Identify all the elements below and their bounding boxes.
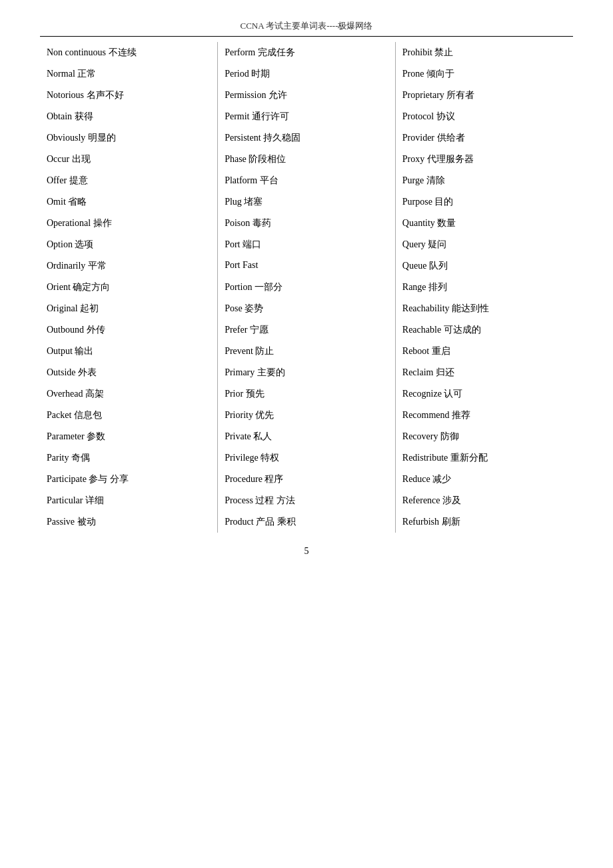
table-cell: Poison 毒药: [218, 213, 396, 234]
table-cell: Procedure 程序: [218, 469, 396, 490]
table-cell: Privilege 特权: [218, 447, 396, 469]
table-cell: Prevent 防止: [218, 341, 396, 362]
header-title: CCNA 考试主要单词表----极爆网络: [241, 21, 373, 31]
table-cell: Redistribute 重新分配: [395, 447, 573, 469]
table-cell: Queue 队列: [395, 255, 573, 277]
table-cell: Permit 通行许可: [218, 106, 396, 127]
table-cell: Phase 阶段相位: [218, 149, 396, 170]
table-cell: Prohibit 禁止: [395, 42, 573, 63]
table-cell: Portion 一部分: [218, 277, 396, 298]
table-cell: Pose 姿势: [218, 298, 396, 319]
table-cell: Obviously 明显的: [40, 127, 218, 149]
table-cell: Recovery 防御: [395, 426, 573, 447]
vocab-table: Non continuous 不连续Perform 完成任务Prohibit 禁…: [40, 42, 573, 533]
table-cell: Plug 堵塞: [218, 191, 396, 213]
table-cell: Passive 被动: [40, 511, 218, 533]
table-cell: Reduce 减少: [395, 469, 573, 490]
table-cell: Refurbish 刷新: [395, 511, 573, 533]
table-cell: Normal 正常: [40, 63, 218, 85]
table-cell: Operational 操作: [40, 213, 218, 234]
table-cell: Purpose 目的: [395, 191, 573, 213]
table-cell: Perform 完成任务: [218, 42, 396, 63]
table-cell: Proxy 代理服务器: [395, 149, 573, 170]
table-cell: Packet 信息包: [40, 405, 218, 426]
table-cell: Reference 涉及: [395, 490, 573, 511]
page-number: 5: [305, 546, 309, 556]
table-cell: Outside 外表: [40, 362, 218, 383]
table-cell: Recommend 推荐: [395, 405, 573, 426]
table-cell: Prior 预先: [218, 383, 396, 405]
table-cell: Overhead 高架: [40, 383, 218, 405]
table-cell: Priority 优先: [218, 405, 396, 426]
table-cell: Orient 确定方向: [40, 277, 218, 298]
table-cell: Occur 出现: [40, 149, 218, 170]
page-footer: 5: [40, 546, 573, 557]
table-cell: Offer 提意: [40, 170, 218, 191]
table-cell: Output 输出: [40, 341, 218, 362]
table-cell: Recognize 认可: [395, 383, 573, 405]
table-cell: Port Fast: [218, 255, 396, 277]
page-header: CCNA 考试主要单词表----极爆网络: [40, 20, 573, 37]
table-cell: Reachability 能达到性: [395, 298, 573, 319]
table-cell: Query 疑问: [395, 234, 573, 255]
table-cell: Participate 参与 分享: [40, 469, 218, 490]
table-cell: Parameter 参数: [40, 426, 218, 447]
table-cell: Process 过程 方法: [218, 490, 396, 511]
table-cell: Ordinarily 平常: [40, 255, 218, 277]
table-cell: Provider 供给者: [395, 127, 573, 149]
table-cell: Persistent 持久稳固: [218, 127, 396, 149]
table-cell: Original 起初: [40, 298, 218, 319]
table-cell: Purge 清除: [395, 170, 573, 191]
table-cell: Obtain 获得: [40, 106, 218, 127]
table-cell: Private 私人: [218, 426, 396, 447]
table-cell: Platform 平台: [218, 170, 396, 191]
table-cell: Omit 省略: [40, 191, 218, 213]
page: CCNA 考试主要单词表----极爆网络 Non continuous 不连续P…: [0, 0, 613, 868]
table-cell: Option 选项: [40, 234, 218, 255]
table-cell: Non continuous 不连续: [40, 42, 218, 63]
table-cell: Permission 允许: [218, 85, 396, 106]
table-cell: Quantity 数量: [395, 213, 573, 234]
table-cell: Product 产品 乘积: [218, 511, 396, 533]
table-cell: Reachable 可达成的: [395, 319, 573, 341]
table-cell: Reboot 重启: [395, 341, 573, 362]
table-cell: Primary 主要的: [218, 362, 396, 383]
table-cell: Particular 详细: [40, 490, 218, 511]
table-cell: Period 时期: [218, 63, 396, 85]
table-cell: Proprietary 所有者: [395, 85, 573, 106]
table-cell: Outbound 外传: [40, 319, 218, 341]
table-cell: Notorious 名声不好: [40, 85, 218, 106]
table-cell: Protocol 协议: [395, 106, 573, 127]
table-cell: Port 端口: [218, 234, 396, 255]
table-cell: Prone 倾向于: [395, 63, 573, 85]
table-cell: Prefer 宁愿: [218, 319, 396, 341]
table-cell: Range 排列: [395, 277, 573, 298]
table-cell: Parity 奇偶: [40, 447, 218, 469]
table-cell: Reclaim 归还: [395, 362, 573, 383]
